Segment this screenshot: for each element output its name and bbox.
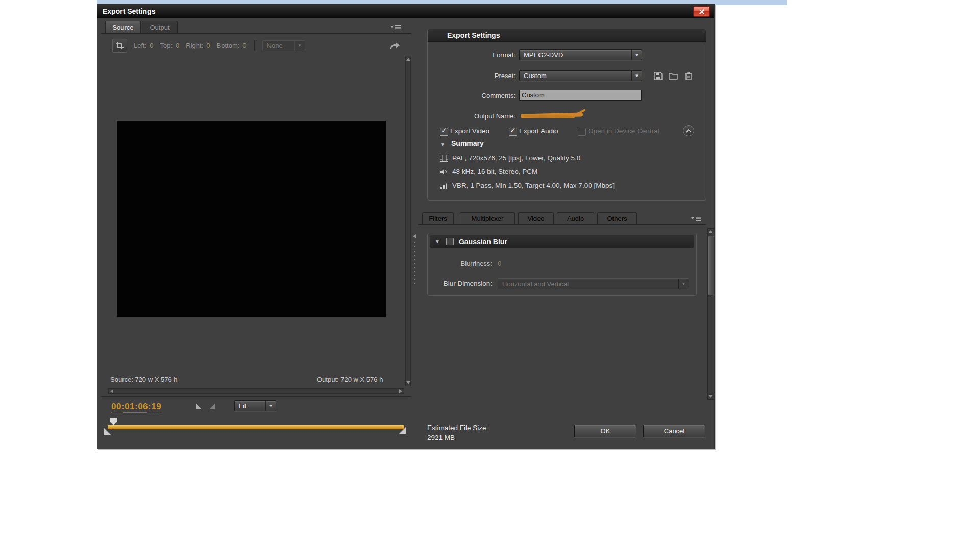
scroll-left-icon[interactable] <box>110 389 113 393</box>
format-label: Format: <box>428 49 516 60</box>
timeline-track[interactable] <box>108 425 404 429</box>
timeline-start-handle[interactable] <box>104 428 111 435</box>
crop-bottom-label: Bottom: <box>217 42 240 49</box>
blur-dimension-value: Horizontal and Vertical <box>498 280 678 288</box>
export-settings-group: Export Settings Format: MPEG2-DVD ▼ Pres… <box>427 29 706 201</box>
preview-panel: Source Output Left: 0 Top: 0 Right: 0 Bo… <box>101 18 411 450</box>
dialog-titlebar[interactable]: Export Settings <box>97 5 714 18</box>
preview-tab-bar: Source Output <box>101 21 411 34</box>
export-audio-label: Export Audio <box>519 127 558 135</box>
preview-horizontal-scrollbar[interactable] <box>108 388 404 394</box>
export-video-checkbox[interactable]: ✓ <box>440 128 448 136</box>
gaussian-blur-checkbox[interactable] <box>446 238 454 245</box>
scrollbar-thumb[interactable] <box>708 236 714 295</box>
zoom-level-dropdown[interactable]: Fit ▼ <box>234 400 276 411</box>
crop-aspect-dropdown[interactable]: None ▼ <box>262 40 305 51</box>
crop-button[interactable] <box>112 39 127 53</box>
summary-audio-line: 48 kHz, 16 bit, Stereo, PCM <box>440 168 537 176</box>
tab-multiplexer[interactable]: Multiplexer <box>460 212 515 224</box>
video-preview[interactable] <box>117 121 386 317</box>
dropdown-arrow-icon: ▼ <box>678 279 689 289</box>
crop-right-value[interactable]: 0 <box>206 42 210 49</box>
crop-bottom-value[interactable]: 0 <box>242 42 246 49</box>
out-point-marker-icon[interactable] <box>209 404 215 409</box>
desktop: { "window": { "title": "Export Settings"… <box>0 0 980 551</box>
playhead[interactable] <box>110 418 117 425</box>
curved-arrow-icon <box>389 41 401 50</box>
export-settings-panel: Export Settings Format: MPEG2-DVD ▼ Pres… <box>418 18 715 450</box>
bitrate-icon <box>440 182 448 189</box>
output-name-value[interactable] <box>521 112 585 118</box>
scroll-down-icon[interactable] <box>708 395 713 398</box>
splitter-grip <box>414 242 415 285</box>
crop-top-value[interactable]: 0 <box>176 42 179 49</box>
gaussian-blur-disclosure-icon[interactable]: ▼ <box>435 239 440 244</box>
options-panel-menu-button[interactable] <box>691 215 703 222</box>
export-audio-checkbox[interactable]: ✓ <box>509 128 517 136</box>
preview-panel-menu-button[interactable] <box>390 23 402 31</box>
blur-dimension-dropdown[interactable]: Horizontal and Vertical ▼ <box>498 278 689 289</box>
summary-label: Summary <box>451 139 484 147</box>
preset-dropdown[interactable]: Custom ▼ <box>519 70 642 81</box>
check-icon: ✓ <box>441 126 447 134</box>
check-icon: ✓ <box>510 126 516 134</box>
tab-output[interactable]: Output <box>142 21 178 33</box>
close-button[interactable] <box>693 6 710 17</box>
format-value: MPEG2-DVD <box>520 51 631 59</box>
options-scrollbar[interactable] <box>707 228 714 400</box>
crop-right-label: Right: <box>186 42 203 49</box>
chevron-up-icon <box>685 129 692 133</box>
save-preset-button[interactable] <box>653 71 663 81</box>
scroll-down-icon[interactable] <box>406 381 410 384</box>
gaussian-blur-title: Gaussian Blur <box>459 238 507 246</box>
format-dropdown[interactable]: MPEG2-DVD ▼ <box>519 49 642 60</box>
transport-divider <box>101 396 411 397</box>
crop-icon <box>116 42 124 49</box>
zoom-level-value: Fit <box>235 402 265 410</box>
scroll-up-icon[interactable] <box>406 58 410 61</box>
summary-disclosure-icon[interactable]: ▼ <box>440 142 445 147</box>
scroll-right-icon[interactable] <box>399 389 402 393</box>
summary-bitrate-text: VBR, 1 Pass, Min 1.50, Target 4.00, Max … <box>452 182 615 189</box>
timeline-end-handle[interactable] <box>399 427 406 434</box>
in-point-marker-icon[interactable] <box>196 404 202 409</box>
options-tab-bar: Filters Multiplexer Video Audio Others <box>418 211 715 225</box>
dropdown-arrow-icon: ▼ <box>295 41 305 51</box>
crop-top-label: Top: <box>160 42 173 49</box>
cancel-button[interactable]: Cancel <box>643 425 705 437</box>
tab-audio[interactable]: Audio <box>557 212 594 224</box>
output-dimensions-label: Output: 720 w X 576 h <box>317 375 383 383</box>
file-size-value: 2921 MB <box>427 434 455 441</box>
film-icon <box>440 155 448 162</box>
export-video-label: Export Video <box>450 127 489 135</box>
timecode-display[interactable]: 00:01:06:19 <box>111 402 161 413</box>
import-preset-button[interactable] <box>668 71 678 81</box>
panel-splitter[interactable] <box>411 18 418 450</box>
splitter-arrow-icon <box>413 234 416 238</box>
blurriness-value[interactable]: 0 <box>498 259 501 269</box>
device-central-checkbox[interactable] <box>578 128 586 136</box>
curved-arrow-button[interactable] <box>387 40 403 51</box>
file-size-label: Estimated File Size: <box>427 424 488 432</box>
export-settings-dialog: Export Settings Source Output Left: 0 To… <box>97 4 715 449</box>
comments-input[interactable] <box>519 90 642 101</box>
preset-value: Custom <box>520 72 631 80</box>
preview-vertical-scrollbar[interactable] <box>405 56 411 386</box>
delete-preset-button[interactable] <box>683 71 694 81</box>
tab-others[interactable]: Others <box>597 212 637 224</box>
tab-source[interactable]: Source <box>105 21 141 33</box>
speaker-icon <box>440 168 448 176</box>
save-icon <box>654 72 663 80</box>
preset-label: Preset: <box>428 70 516 81</box>
tab-filters[interactable]: Filters <box>422 212 454 224</box>
panel-menu-icon <box>691 216 702 222</box>
crop-left-value[interactable]: 0 <box>150 42 153 49</box>
scroll-up-icon[interactable] <box>708 230 713 233</box>
summary-video-line: PAL, 720x576, 25 [fps], Lower, Quality 5… <box>440 154 580 162</box>
device-central-label: Open in Device Central <box>588 127 659 135</box>
tab-video[interactable]: Video <box>518 212 554 224</box>
collapse-settings-button[interactable] <box>683 125 694 136</box>
summary-video-text: PAL, 720x576, 25 [fps], Lower, Quality 5… <box>452 154 580 162</box>
ok-button[interactable]: OK <box>574 425 636 437</box>
panel-menu-icon <box>390 24 402 30</box>
